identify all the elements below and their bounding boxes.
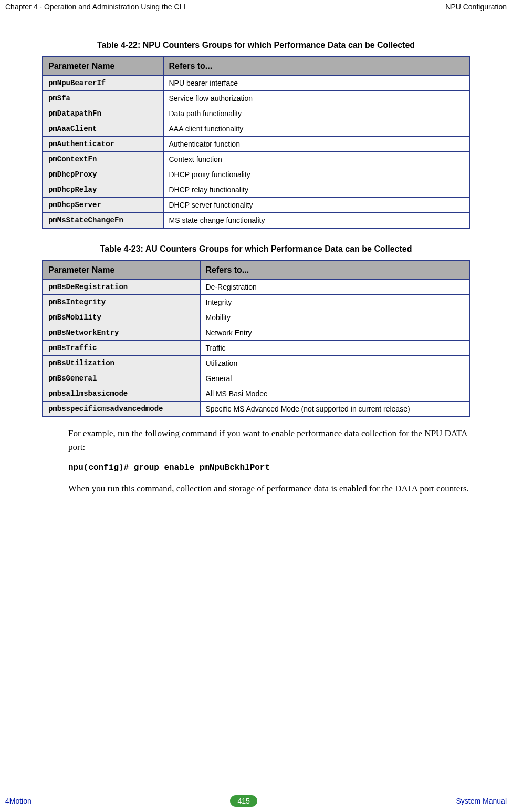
- footer-left: 4Motion: [5, 797, 32, 805]
- desc-cell: DHCP relay functionality: [163, 182, 469, 198]
- desc-cell: All MS Basi Modec: [200, 386, 469, 402]
- paragraph-1: For example, run the following command i…: [68, 427, 470, 454]
- param-cell: pmDatapathFn: [43, 106, 163, 121]
- desc-cell: NPU bearer interface: [163, 76, 469, 91]
- table-row: pmBsGeneralGeneral: [43, 371, 469, 386]
- param-cell: pmbsspecificmsadvancedmode: [43, 402, 200, 417]
- desc-cell: DHCP server functionality: [163, 198, 469, 213]
- table-row: pmbsspecificmsadvancedmodeSpecific MS Ad…: [43, 402, 469, 417]
- desc-cell: General: [200, 371, 469, 386]
- table-row: pmBsUtilizationUtilization: [43, 356, 469, 371]
- param-cell: pmBsGeneral: [43, 371, 200, 386]
- param-cell: pmDhcpProxy: [43, 167, 163, 182]
- desc-cell: MS state change functionality: [163, 213, 469, 229]
- col-parameter-name: Parameter Name: [43, 261, 200, 280]
- param-cell: pmDhcpServer: [43, 198, 163, 213]
- col-refers-to: Refers to...: [163, 57, 469, 76]
- table-22-caption: Table 4-22: NPU Counters Groups for whic…: [42, 40, 470, 50]
- param-cell: pmDhcpRelay: [43, 182, 163, 198]
- table-row: pmBsIntegrityIntegrity: [43, 295, 469, 310]
- param-cell: pmBsDeRegistration: [43, 280, 200, 295]
- param-cell: pmAaaClient: [43, 121, 163, 137]
- desc-cell: Integrity: [200, 295, 469, 310]
- table-row: pmBsMobilityMobility: [43, 310, 469, 325]
- table-row: pmMsStateChangeFnMS state change functio…: [43, 213, 469, 229]
- table-22: Parameter Name Refers to... pmNpuBearerI…: [42, 56, 470, 229]
- table-row: pmDhcpRelayDHCP relay functionality: [43, 182, 469, 198]
- param-cell: pmSfa: [43, 91, 163, 106]
- param-cell: pmNpuBearerIf: [43, 76, 163, 91]
- page-number-badge: 415: [230, 795, 257, 807]
- table-row: pmAuthenticatorAuthenticator function: [43, 137, 469, 152]
- desc-cell: Context function: [163, 152, 469, 167]
- table-23-caption: Table 4-23: AU Counters Groups for which…: [42, 244, 470, 254]
- col-refers-to: Refers to...: [200, 261, 469, 280]
- param-cell: pmbsallmsbasicmode: [43, 386, 200, 402]
- table-row: pmContextFnContext function: [43, 152, 469, 167]
- desc-cell: Specific MS Advanced Mode (not supported…: [200, 402, 469, 417]
- table-row: pmbsallmsbasicmodeAll MS Basi Modec: [43, 386, 469, 402]
- header-right: NPU Configuration: [445, 3, 507, 11]
- desc-cell: Traffic: [200, 341, 469, 356]
- desc-cell: Mobility: [200, 310, 469, 325]
- page-header: Chapter 4 - Operation and Administration…: [0, 0, 512, 14]
- table-row: pmBsTrafficTraffic: [43, 341, 469, 356]
- desc-cell: De-Registration: [200, 280, 469, 295]
- page-content: Table 4-22: NPU Counters Groups for whic…: [0, 14, 512, 496]
- param-cell: pmContextFn: [43, 152, 163, 167]
- table-header-row: Parameter Name Refers to...: [43, 261, 469, 280]
- page-footer: 4Motion 415 System Manual: [0, 792, 512, 812]
- table-row: pmSfaService flow authorization: [43, 91, 469, 106]
- param-cell: pmBsNetworkEntry: [43, 325, 200, 341]
- desc-cell: Utilization: [200, 356, 469, 371]
- desc-cell: Service flow authorization: [163, 91, 469, 106]
- param-cell: pmMsStateChangeFn: [43, 213, 163, 229]
- param-cell: pmBsMobility: [43, 310, 200, 325]
- desc-cell: Authenticator function: [163, 137, 469, 152]
- col-parameter-name: Parameter Name: [43, 57, 163, 76]
- table-row: pmDhcpServerDHCP server functionality: [43, 198, 469, 213]
- table-row: pmBsDeRegistrationDe-Registration: [43, 280, 469, 295]
- param-cell: pmBsUtilization: [43, 356, 200, 371]
- desc-cell: DHCP proxy functionality: [163, 167, 469, 182]
- desc-cell: AAA client functionality: [163, 121, 469, 137]
- table-row: pmNpuBearerIfNPU bearer interface: [43, 76, 469, 91]
- desc-cell: Network Entry: [200, 325, 469, 341]
- paragraph-2: When you run this command, collection an…: [68, 482, 470, 496]
- table-header-row: Parameter Name Refers to...: [43, 57, 469, 76]
- param-cell: pmBsTraffic: [43, 341, 200, 356]
- table-23: Parameter Name Refers to... pmBsDeRegist…: [42, 260, 470, 417]
- param-cell: pmBsIntegrity: [43, 295, 200, 310]
- param-cell: pmAuthenticator: [43, 137, 163, 152]
- table-row: pmAaaClientAAA client functionality: [43, 121, 469, 137]
- table-row: pmBsNetworkEntryNetwork Entry: [43, 325, 469, 341]
- desc-cell: Data path functionality: [163, 106, 469, 121]
- footer-right: System Manual: [456, 797, 507, 805]
- table-row: pmDhcpProxyDHCP proxy functionality: [43, 167, 469, 182]
- header-left: Chapter 4 - Operation and Administration…: [5, 3, 185, 11]
- command-example: npu(config)# group enable pmNpuBckhlPort: [68, 463, 470, 472]
- table-row: pmDatapathFnData path functionality: [43, 106, 469, 121]
